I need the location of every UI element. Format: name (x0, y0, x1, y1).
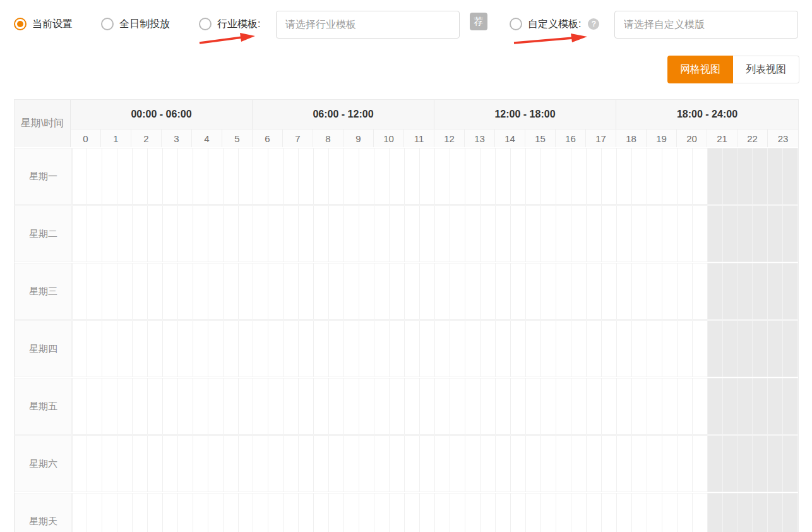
time-slot[interactable] (541, 493, 556, 532)
time-slot[interactable] (178, 205, 193, 262)
time-slot[interactable] (193, 320, 208, 377)
time-slot[interactable] (87, 320, 102, 377)
time-slot[interactable] (693, 205, 708, 262)
time-slot[interactable] (178, 378, 193, 435)
time-slot[interactable] (647, 493, 662, 532)
time-slot[interactable] (571, 493, 587, 532)
time-slot[interactable] (178, 435, 193, 492)
time-slot[interactable] (571, 435, 587, 492)
time-slot[interactable] (753, 263, 768, 320)
time-slot[interactable] (299, 435, 314, 492)
time-slot[interactable] (284, 320, 299, 377)
time-slot[interactable] (737, 320, 753, 377)
time-slot[interactable] (284, 263, 299, 320)
time-slot[interactable] (374, 435, 390, 492)
time-slot[interactable] (390, 263, 405, 320)
time-slot[interactable] (465, 435, 481, 492)
time-slot[interactable] (526, 378, 541, 435)
time-slot[interactable] (420, 205, 435, 262)
time-slot[interactable] (496, 378, 511, 435)
time-slot[interactable] (178, 148, 193, 205)
time-slot[interactable] (647, 320, 662, 377)
time-slot[interactable] (587, 148, 602, 205)
time-slot[interactable] (465, 320, 481, 377)
time-slot[interactable] (253, 320, 268, 377)
time-slot[interactable] (405, 493, 420, 532)
time-slot[interactable] (344, 205, 359, 262)
time-slot[interactable] (556, 148, 571, 205)
tab-grid-view[interactable]: 网格视图 (667, 56, 733, 83)
time-slot[interactable] (450, 493, 465, 532)
time-slot[interactable] (374, 320, 390, 377)
time-slot[interactable] (224, 263, 239, 320)
time-slot[interactable] (511, 263, 526, 320)
time-slot[interactable] (617, 378, 632, 435)
time-slot[interactable] (450, 205, 465, 262)
time-slot[interactable] (163, 493, 178, 532)
time-slot[interactable] (632, 320, 647, 377)
time-slot[interactable] (783, 320, 798, 377)
time-slot[interactable] (178, 320, 193, 377)
time-slot[interactable] (268, 148, 284, 205)
time-slot[interactable] (496, 148, 511, 205)
time-slot[interactable] (208, 435, 224, 492)
time-slot[interactable] (587, 263, 602, 320)
time-slot[interactable] (723, 148, 738, 205)
time-slot[interactable] (390, 320, 405, 377)
time-slot[interactable] (420, 435, 435, 492)
time-slot[interactable] (148, 435, 163, 492)
time-slot[interactable] (708, 148, 723, 205)
time-slot[interactable] (178, 493, 193, 532)
time-slot[interactable] (541, 320, 556, 377)
time-slot[interactable] (224, 205, 239, 262)
time-slot[interactable] (268, 205, 284, 262)
time-slot[interactable] (239, 320, 254, 377)
time-slot[interactable] (239, 378, 254, 435)
industry-template-select[interactable] (276, 11, 460, 39)
time-slot[interactable] (481, 378, 496, 435)
time-slot[interactable] (359, 148, 374, 205)
time-slot[interactable] (496, 435, 511, 492)
radio-circle[interactable] (199, 18, 212, 30)
time-slot[interactable] (511, 205, 526, 262)
time-slot[interactable] (602, 378, 617, 435)
time-slot[interactable] (435, 205, 450, 262)
time-slot[interactable] (148, 320, 163, 377)
time-slot[interactable] (783, 148, 798, 205)
time-slot[interactable] (662, 205, 678, 262)
time-slot[interactable] (435, 263, 450, 320)
time-slot[interactable] (723, 205, 738, 262)
time-slot[interactable] (783, 263, 798, 320)
time-slot[interactable] (344, 435, 359, 492)
time-slot[interactable] (541, 148, 556, 205)
time-slot[interactable] (72, 148, 87, 205)
time-slot[interactable] (678, 320, 693, 377)
radio-fullday-delivery[interactable]: 全日制投放 (101, 15, 170, 33)
time-slot[interactable] (632, 148, 647, 205)
help-icon[interactable]: ? (588, 18, 599, 30)
time-slot[interactable] (239, 435, 254, 492)
time-slot[interactable] (678, 205, 693, 262)
time-slot[interactable] (178, 263, 193, 320)
time-slot[interactable] (450, 148, 465, 205)
time-slot[interactable] (768, 205, 783, 262)
time-slot[interactable] (662, 378, 678, 435)
time-slot[interactable] (662, 320, 678, 377)
time-slot[interactable] (253, 263, 268, 320)
time-slot[interactable] (102, 378, 117, 435)
time-slot[interactable] (465, 148, 481, 205)
time-slot[interactable] (450, 378, 465, 435)
time-slot[interactable] (253, 435, 268, 492)
time-slot[interactable] (541, 435, 556, 492)
time-slot[interactable] (602, 493, 617, 532)
time-slot[interactable] (678, 378, 693, 435)
time-slot[interactable] (359, 263, 374, 320)
time-slot[interactable] (193, 263, 208, 320)
time-slot[interactable] (617, 205, 632, 262)
time-slot[interactable] (284, 148, 299, 205)
time-slot[interactable] (87, 263, 102, 320)
time-slot[interactable] (571, 320, 587, 377)
time-slot[interactable] (405, 320, 420, 377)
time-slot[interactable] (374, 263, 390, 320)
time-slot[interactable] (148, 263, 163, 320)
